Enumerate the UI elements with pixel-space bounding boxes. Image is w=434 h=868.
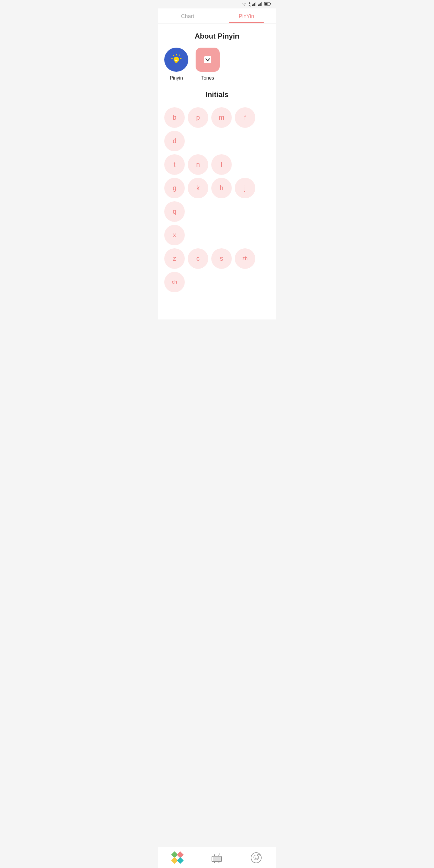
svg-rect-19: [176, 62, 178, 63]
initial-ch[interactable]: ch: [164, 272, 185, 292]
initial-d[interactable]: d: [164, 131, 185, 151]
h-signal-icon: [258, 1, 262, 7]
svg-rect-21: [204, 56, 211, 63]
about-pinyin-title: About Pinyin: [164, 32, 270, 40]
svg-rect-8: [261, 2, 262, 6]
svg-line-15: [173, 55, 174, 56]
status-bar: ER: [158, 0, 276, 8]
initial-zh[interactable]: zh: [235, 248, 255, 269]
tones-icon-item[interactable]: Tones: [195, 48, 220, 81]
tab-pinyin[interactable]: PinYin: [217, 8, 276, 23]
initial-t[interactable]: t: [164, 154, 185, 175]
initial-j[interactable]: j: [235, 178, 255, 198]
initial-m[interactable]: m: [211, 107, 232, 128]
svg-rect-4: [255, 2, 256, 6]
initials-row-2: t n l: [164, 154, 270, 175]
initial-n[interactable]: n: [188, 154, 208, 175]
phone-frame: ER Chart: [158, 0, 276, 319]
initial-f[interactable]: f: [235, 107, 255, 128]
svg-rect-18: [175, 61, 178, 62]
bulb-svg: [169, 53, 183, 67]
svg-line-16: [171, 58, 173, 59]
initials-row-3: g k h j q: [164, 178, 270, 222]
initial-p[interactable]: p: [188, 107, 208, 128]
initials-row-5: z c s zh ch: [164, 248, 270, 292]
svg-rect-11: [265, 3, 268, 5]
pinyin-label: Pinyin: [170, 75, 183, 81]
tones-label: Tones: [201, 75, 214, 81]
svg-point-0: [244, 5, 244, 5]
pinyin-icon-item[interactable]: Pinyin: [164, 48, 188, 81]
svg-rect-10: [270, 3, 271, 4]
tab-bar: Chart PinYin: [158, 8, 276, 24]
initial-g[interactable]: g: [164, 178, 185, 198]
svg-rect-6: [259, 4, 260, 6]
wifi-icon: [242, 1, 247, 7]
battery-icon: [264, 1, 271, 7]
initial-x[interactable]: x: [164, 225, 185, 245]
initial-k[interactable]: k: [188, 178, 208, 198]
pinyin-icons-row: Pinyin Tones: [164, 48, 270, 81]
signal-er-icon: ER: [249, 1, 251, 7]
svg-line-13: [179, 55, 180, 56]
signal-bars-icon: [252, 1, 256, 7]
initial-s[interactable]: s: [211, 248, 232, 269]
initials-title: Initials: [164, 90, 270, 99]
svg-point-17: [174, 57, 179, 62]
initial-z[interactable]: z: [164, 248, 185, 269]
initial-c[interactable]: c: [188, 248, 208, 269]
main-content: About Pinyin: [158, 24, 276, 319]
initial-b[interactable]: b: [164, 107, 185, 128]
initial-q[interactable]: q: [164, 201, 185, 222]
initial-h[interactable]: h: [211, 178, 232, 198]
pinyin-bulb-circle: [164, 48, 188, 72]
tab-chart[interactable]: Chart: [158, 8, 217, 23]
tones-chevron-circle: [195, 48, 220, 72]
svg-rect-1: [252, 4, 253, 6]
svg-rect-5: [258, 4, 259, 6]
svg-rect-7: [260, 3, 261, 6]
initials-row-4: x: [164, 225, 270, 245]
initials-row-1: b p m f d: [164, 107, 270, 151]
initial-l[interactable]: l: [211, 154, 232, 175]
svg-line-14: [180, 58, 181, 59]
chevron-down-svg: [203, 55, 213, 64]
svg-rect-2: [253, 4, 254, 6]
svg-rect-3: [254, 3, 255, 6]
